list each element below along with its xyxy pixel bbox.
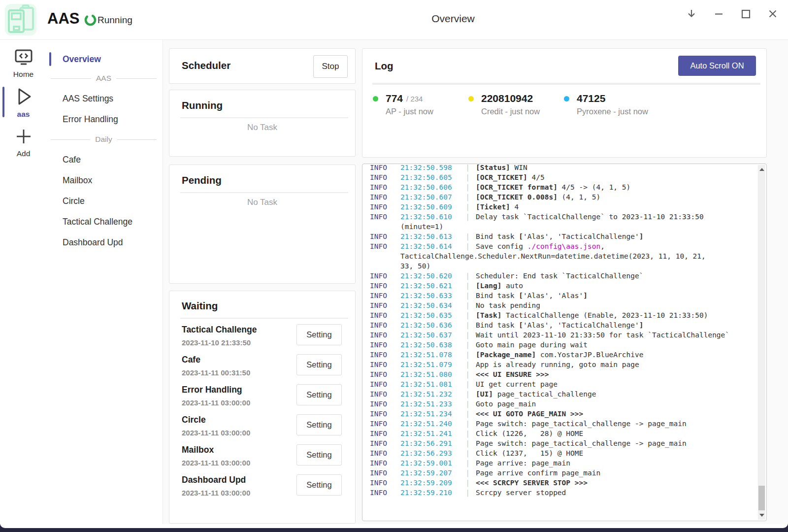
log-timestamp: 21:32:59.207 [400,468,460,478]
log-level: INFO [370,478,400,488]
log-level: INFO [370,182,400,192]
active-indicator [49,52,51,66]
task-setting-button[interactable]: Setting [296,324,342,345]
task-setting-button[interactable]: Setting [296,474,342,496]
sidebar-item-mailbox[interactable]: Mailbox [47,170,163,191]
log-timestamp: 21:32:50.606 [400,182,460,192]
plus-icon [14,127,33,148]
log-separator: | [460,164,476,172]
minimize-button[interactable] [711,7,726,22]
divider [180,117,348,118]
dashboard-stat: 774/ 234AP - just now [373,92,468,116]
log-line: INFO21:32:51.078|[Package_name] com.Yost… [370,350,756,360]
task-setting-button[interactable]: Setting [296,444,342,466]
log-message: <<< UI GOTO PAGE_MAIN >>> [476,409,583,419]
log-level: INFO [370,300,400,310]
log-line: INFO21:32:51.081|UI get current page [370,379,756,389]
log-separator: | [460,172,476,182]
log-message: [OCR_TICKET format] 4/5 -> (4, 1, 5) [476,182,630,192]
play-icon [14,87,33,108]
waiting-title: Waiting [182,300,218,312]
log-line: INFO21:32:51.240|Page switch: page_tacti… [370,419,756,429]
log-level: INFO [370,419,400,429]
log-level: INFO [370,320,400,330]
log-line: INFO21:32:50.609|[Ticket] 4 [370,202,756,212]
log-timestamp: 21:32:50.638 [400,340,460,350]
log-scrollbar[interactable] [758,165,765,520]
sidebar-item-overview[interactable]: Overview [47,50,163,68]
log-separator: | [460,438,476,448]
sidebar-section-daily: Daily [47,130,163,149]
waiting-task-row: Circle2023-11-11 03:00:00Setting [182,414,342,444]
log-line: INFO21:32:51.079|App is already running,… [370,360,756,369]
sidebar-item-cafe[interactable]: Cafe [47,149,163,170]
log-line: INFO21:32:59.207|Page arrive confirm pag… [370,468,756,478]
sidebar-item-aas-settings[interactable]: AAS Settings [47,88,163,109]
log-message: [UI] page_tactical_challenge [476,389,596,399]
scrollbar-up-arrow-icon[interactable] [759,168,764,171]
auto-scroll-toggle-button[interactable]: Auto Scroll ON [678,56,756,76]
log-separator: | [460,488,476,498]
maximize-icon [738,6,753,23]
sidebar-item-error-handling[interactable]: Error Handling [47,109,163,130]
log-level: INFO [370,281,400,291]
running-title: Running [182,100,223,111]
log-message: [Ticket] 4 [476,202,519,212]
task-setting-button[interactable]: Setting [296,354,342,375]
sidebar-item-label: Dashboard Upd [63,237,123,248]
close-button[interactable] [765,7,780,22]
log-timestamp: 21:32:50.614 [400,241,460,251]
log-level: INFO [370,212,400,222]
pending-title: Pending [182,174,222,186]
minimize-icon [711,6,726,23]
log-level: INFO [370,172,400,182]
page-title: Overview [431,13,475,25]
rail-item-label: Home [13,70,33,79]
log-line: INFO21:32:50.633|Bind task ['Alas', 'Ala… [370,291,756,300]
rail-item-aas[interactable]: aas [0,87,47,119]
log-level: INFO [370,350,400,360]
log-timestamp: 21:32:50.634 [400,300,460,310]
log-line: INFO21:32:50.605|[OCR_TICKET] 4/5 [370,172,756,182]
stat-dot [564,96,569,101]
log-line: INFO21:32:50.638|Goto main page during w… [370,340,756,350]
task-setting-button[interactable]: Setting [296,414,342,435]
section-label: Daily [95,135,112,144]
log-separator: | [460,291,476,300]
log-separator: | [460,369,476,379]
log-separator: | [460,310,476,320]
log-message: [Lang] auto [476,281,523,291]
log-message: Save config ./config\aas.json, [476,241,605,251]
log-timestamp: 21:32:59.209 [400,478,460,488]
log-separator: | [460,202,476,212]
scrollbar-down-arrow-icon[interactable] [759,514,764,517]
log-level: INFO [370,429,400,438]
log-separator: | [460,300,476,310]
maximize-button[interactable] [738,7,753,22]
stat-value: 220810942 [481,93,533,104]
rail-item-home[interactable]: Home [0,49,47,79]
waiting-task-row: Error Handling2023-11-11 03:00:00Setting [182,384,342,414]
sidebar-item-tactical-challenge[interactable]: Tactical Challenge [47,211,163,232]
log-separator: | [460,192,476,202]
log-line: INFO21:32:50.606|[OCR_TICKET format] 4/5… [370,182,756,192]
sidebar-item-circle[interactable]: Circle [47,191,163,211]
log-level: INFO [370,271,400,281]
rail-item-add[interactable]: Add [0,127,47,158]
update-download-button[interactable] [684,7,699,22]
divider-line [51,78,91,79]
log-message: Page arrive confirm page_main [476,468,600,478]
sidebar-item-dashboard-upd[interactable]: Dashboard Upd [47,232,163,253]
task-setting-button[interactable]: Setting [296,384,342,405]
log-output: INFO21:32:50.598|[Status] WININFO21:32:5… [362,164,767,521]
log-message: Page switch: page_tactical_challenge -> … [476,438,687,448]
log-level: INFO [370,399,400,409]
dashboard-stat: 220810942Credit - just now [468,92,564,116]
scrollbar-thumb[interactable] [758,486,765,510]
waiting-task-row: Mailbox2023-11-11 03:00:00Setting [182,444,342,474]
sidebar-item-label: Overview [63,54,101,65]
log-line: INFO21:32:56.293|Click (1237, 15) @ HOME [370,448,756,458]
scheduler-stop-button[interactable]: Stop [313,55,348,78]
log-line: INFO21:32:59.209|<<< SCRCPY SERVER STOP … [370,478,756,488]
log-line: INFO21:32:50.637|Wait until 2023-11-10 2… [370,330,756,340]
